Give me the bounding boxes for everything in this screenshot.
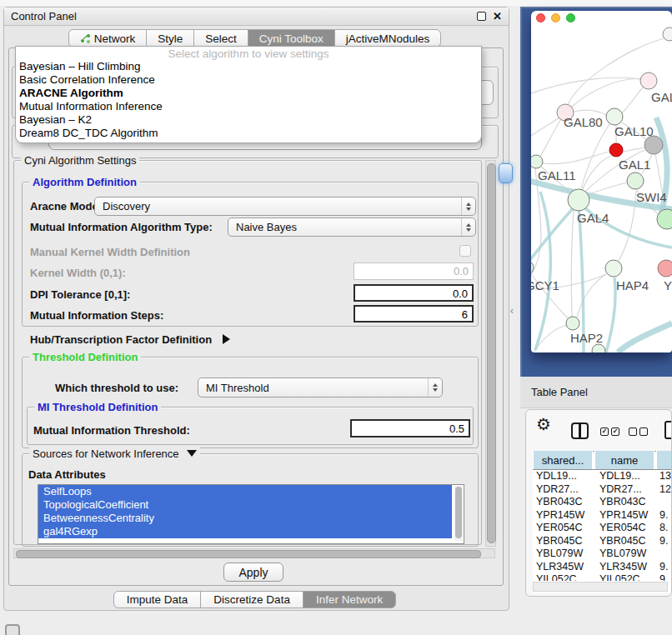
algorithm-dropdown-list: Select algorithm to view settings Bayesi… — [15, 46, 482, 143]
apply-button[interactable]: Apply — [223, 562, 283, 582]
table-row[interactable]: YIL052CYIL052C9. — [533, 573, 672, 581]
mi-algorithm-type-select[interactable]: Naive Bayes — [228, 218, 476, 237]
table-row[interactable]: YBR043CYBR043C — [533, 496, 672, 509]
attribute-item-topologicalcoefficient[interactable]: TopologicalCoefficient — [38, 498, 452, 512]
minimize-traffic-icon[interactable] — [551, 13, 560, 22]
bottom-tab-impute-data[interactable]: Impute Data — [113, 591, 202, 608]
network-node-label: GAL10 — [614, 124, 654, 138]
network-node[interactable] — [531, 155, 543, 168]
attribute-item-betweennesscentrality[interactable]: BetweennessCentrality — [38, 512, 452, 525]
network-node[interactable] — [658, 260, 672, 277]
tab-select[interactable]: Select — [193, 29, 248, 48]
collapsed-arrow-icon[interactable] — [223, 334, 230, 344]
network-node[interactable] — [663, 28, 672, 41]
tab-network[interactable]: Network — [68, 29, 148, 48]
table-row[interactable]: YLR345WYLR345W9. — [533, 561, 672, 574]
table-row[interactable]: YPR145WYPR145W9. — [533, 509, 672, 522]
close-traffic-icon[interactable] — [536, 13, 545, 22]
network-node[interactable] — [568, 189, 589, 211]
network-node[interactable] — [644, 136, 663, 154]
attribute-item-gal4rgexp[interactable]: gal4RGexp — [38, 525, 452, 538]
network-edge[interactable] — [571, 210, 574, 317]
tab-label: Cyni Toolbox — [259, 32, 323, 45]
network-view-window[interactable]: GALGAL80GAL10GAL1GAL11SWI4GAL4GCY1HAP4YH… — [531, 11, 672, 352]
new-table-icon[interactable] — [664, 421, 672, 439]
table-horizontal-scrollbar[interactable] — [533, 582, 668, 592]
network-edge[interactable] — [581, 124, 609, 190]
attributes-list-scrollbar[interactable] — [454, 486, 463, 541]
table-row[interactable]: YER054CYER054C8. — [533, 522, 672, 535]
tab-jactivemnodules[interactable]: jActiveMNodules — [334, 29, 442, 48]
combobox-arrow-focused[interactable] — [499, 163, 513, 183]
network-edge[interactable] — [535, 192, 550, 350]
data-attributes-list[interactable]: SelfLoopsTopologicalCoefficientBetweenne… — [38, 484, 464, 544]
network-node[interactable] — [606, 108, 623, 125]
algorithm-option-bayesian-k2[interactable]: Bayesian – K2 — [19, 113, 478, 127]
network-node[interactable] — [592, 344, 605, 352]
network-node[interactable] — [640, 72, 657, 89]
column-layout-icon[interactable] — [571, 422, 589, 439]
column-header-shared[interactable]: shared... — [533, 451, 593, 469]
table-row[interactable]: YBR045CYBR045C9. — [533, 535, 672, 548]
attribute-item-selfloops[interactable]: SelfLoops — [38, 485, 452, 498]
mi-algorithm-type-label: Mutual Information Algorithm Type: — [30, 221, 213, 233]
algorithm-option-mutual-information-inference[interactable]: Mutual Information Inference — [19, 100, 478, 113]
column-header-a[interactable]: A — [656, 451, 672, 469]
dpi-tolerance-field[interactable]: 0.0 — [354, 284, 474, 302]
network-edge[interactable] — [618, 323, 672, 352]
unchecked-checkbox-icon[interactable] — [629, 428, 637, 436]
unchecked-checkbox-icon[interactable] — [639, 428, 648, 436]
checked-checkbox-icon[interactable]: ✓ — [611, 428, 619, 436]
bottom-tab-discretize-data[interactable]: Discretize Data — [200, 591, 303, 608]
float-window-button[interactable] — [477, 12, 486, 21]
manual-kernel-width-checkbox[interactable] — [459, 245, 471, 257]
table-row[interactable]: YDR27...YDR27...12 — [533, 483, 672, 497]
algorithm-option-aracne-algorithm[interactable]: ARACNE Algorithm — [19, 87, 478, 100]
minimized-panel-icon[interactable] — [5, 624, 20, 635]
gear-icon[interactable]: ⚙ — [536, 416, 551, 432]
network-edge[interactable] — [540, 119, 561, 157]
network-edge[interactable] — [606, 278, 615, 352]
network-edge[interactable] — [622, 87, 644, 113]
table-row[interactable]: YDL19...YDL19...13 — [533, 470, 672, 483]
network-node[interactable] — [605, 260, 622, 277]
algorithm-option-dream8-dc-tdc-algorithm[interactable]: Dream8 DC_TDC Algorithm — [19, 127, 478, 140]
zoom-traffic-icon[interactable] — [566, 13, 575, 22]
network-node[interactable] — [609, 143, 623, 157]
expanded-arrow-icon[interactable] — [187, 450, 197, 457]
checked-checkbox-icon[interactable]: ✓ — [600, 428, 609, 436]
splitter-collapse-icon[interactable]: ‹ — [510, 305, 514, 317]
hub-definition-toggle[interactable]: Hub/Transcription Factor Definition — [30, 333, 230, 346]
mi-steps-label: Mutual Information Steps: — [30, 309, 163, 322]
mi-steps-field[interactable]: 6 — [354, 305, 474, 322]
network-edge[interactable] — [571, 79, 642, 108]
mi-threshold-field[interactable]: 0.5 — [350, 419, 470, 438]
tab-label: Style — [158, 32, 183, 45]
tab-style[interactable]: Style — [146, 29, 194, 48]
network-edge[interactable] — [531, 205, 576, 261]
kernel-width-field[interactable]: 0.0 — [354, 262, 474, 280]
network-node[interactable] — [627, 172, 644, 189]
scrollbar-thumb[interactable] — [455, 487, 462, 538]
manual-kernel-width-label: Manual Kernel Width Definition — [30, 246, 190, 258]
algorithm-option-bayesian-hill-climbing[interactable]: Bayesian – Hill Climbing — [19, 60, 478, 73]
tab-cyni-toolbox[interactable]: Cyni Toolbox — [248, 29, 335, 48]
network-edge[interactable] — [531, 118, 559, 136]
table-row[interactable]: YBL079WYBL079W — [533, 548, 672, 561]
network-canvas[interactable]: GALGAL80GAL10GAL1GAL11SWI4GAL4GCY1HAP4YH… — [531, 11, 672, 352]
table-cell: YIL052C — [533, 573, 594, 581]
network-edge[interactable] — [543, 152, 609, 164]
network-node[interactable] — [566, 317, 579, 330]
which-threshold-select[interactable]: MI Threshold — [198, 378, 443, 398]
network-node-label: GAL1 — [619, 158, 650, 172]
network-edge[interactable] — [623, 148, 644, 152]
settings-vertical-thumb[interactable] — [487, 163, 496, 543]
sources-toggle[interactable]: Sources for Network Inference — [29, 448, 200, 460]
aracne-mode-select[interactable]: Discovery — [94, 197, 476, 216]
column-header-name[interactable]: name — [594, 451, 654, 469]
algorithm-option-basic-correlation-inference[interactable]: Basic Correlation Inference — [19, 73, 478, 87]
bottom-tab-infer-network[interactable]: Infer Network — [303, 591, 396, 608]
settings-horizontal-thumb[interactable] — [16, 550, 481, 558]
close-window-button[interactable]: ✕ — [493, 11, 502, 22]
spinner-arrows-icon — [461, 218, 475, 236]
